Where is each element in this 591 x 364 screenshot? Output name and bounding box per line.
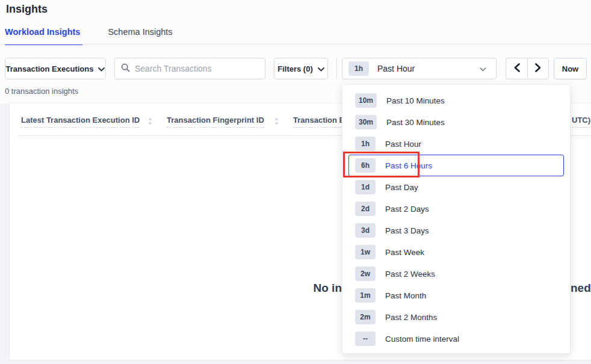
insights-page: Insights Workload Insights Schema Insigh… [0, 0, 591, 364]
time-option-label: Past 3 Days [385, 226, 429, 235]
time-option-past-30-minutes[interactable]: 30m Past 30 Minutes [348, 111, 564, 133]
toolbar-divider [336, 58, 337, 79]
chevron-left-icon [513, 63, 521, 75]
time-option-past-2-days[interactable]: 2d Past 2 Days [348, 198, 564, 220]
next-time-button[interactable] [527, 58, 549, 79]
time-option-badge: 1m [355, 288, 376, 303]
time-option-label: Past 10 Minutes [386, 96, 445, 105]
column-header-transaction-fingerprint-id[interactable]: Transaction Fingerprint ID [167, 116, 264, 128]
time-option-past-3-days[interactable]: 3d Past 3 Days [348, 220, 564, 241]
column-header-latest-transaction-execution-id[interactable]: Latest Transaction Execution ID [21, 116, 140, 128]
time-nav-arrows [506, 58, 549, 79]
time-option-badge: 2m [355, 310, 376, 324]
time-option-badge: 2d [355, 202, 376, 216]
chevron-down-icon [98, 64, 105, 73]
time-range-badge: 1h [348, 61, 369, 76]
chevron-right-icon [534, 63, 542, 75]
time-option-badge: 10m [355, 93, 377, 108]
time-range-label: Past Hour [377, 64, 480, 73]
time-option-badge: 1d [355, 180, 376, 194]
time-option-badge: 3d [355, 223, 376, 238]
entity-type-dropdown[interactable]: Transaction Executions [5, 58, 106, 79]
time-range-dropdown-trigger[interactable]: 1h Past Hour [342, 58, 497, 79]
time-option-label: Past Month [385, 291, 426, 300]
empty-state-message: No in [314, 282, 342, 295]
page-title: Insights [6, 3, 48, 16]
time-option-past-month[interactable]: 1m Past Month [348, 285, 564, 306]
time-option-label: Past 6 Hours [385, 161, 432, 170]
time-option-badge: 30m [355, 115, 377, 129]
time-option-past-week[interactable]: 1w Past Week [348, 241, 564, 263]
time-option-past-10-minutes[interactable]: 10m Past 10 Minutes [348, 90, 564, 111]
time-option-past-6-hours[interactable]: 6h Past 6 Hours [348, 155, 564, 176]
now-button[interactable]: Now [554, 58, 587, 79]
filters-dropdown[interactable]: Filters (0) [274, 58, 328, 79]
search-icon [121, 63, 130, 75]
time-option-badge: -- [355, 332, 376, 346]
tab-bar: Workload Insights Schema Insights [5, 27, 173, 44]
time-option-label: Past 2 Days [385, 205, 429, 214]
time-option-past-2-weeks[interactable]: 2w Past 2 Weeks [348, 263, 564, 285]
search-box[interactable] [114, 58, 265, 79]
chevron-down-icon [480, 63, 486, 74]
time-option-label: Custom time interval [385, 335, 459, 344]
tab-bar-divider [0, 44, 591, 45]
empty-state-message: ned. [571, 282, 591, 295]
time-range-dropdown-menu: 10m Past 10 Minutes 30m Past 30 Minutes … [342, 84, 571, 354]
time-option-label: Past Hour [385, 140, 421, 149]
time-option-past-day[interactable]: 1d Past Day [348, 176, 564, 198]
time-option-label: Past Week [385, 248, 424, 257]
time-option-label: Past 30 Minutes [386, 118, 445, 127]
entity-type-label: Transaction Executions [6, 64, 94, 73]
time-option-custom-time-interval[interactable]: -- Custom time interval [348, 328, 564, 350]
time-option-label: Past Day [385, 183, 418, 192]
search-input[interactable] [135, 64, 259, 73]
time-option-badge: 2w [355, 267, 376, 281]
insights-count: 0 transaction insights [5, 87, 78, 96]
previous-time-button[interactable] [506, 58, 527, 79]
filters-label: Filters (0) [277, 64, 313, 73]
time-option-badge: 1w [355, 245, 376, 259]
tab-workload-insights[interactable]: Workload Insights [5, 27, 80, 44]
time-option-label: Past 2 Weeks [385, 270, 435, 279]
chevron-down-icon [318, 64, 324, 73]
column-header-start-time-utc[interactable]: UTC) [572, 116, 590, 128]
time-option-label: Past 2 Months [385, 313, 437, 322]
time-option-past-hour[interactable]: 1h Past Hour [348, 133, 564, 155]
sort-icon[interactable] [274, 117, 279, 128]
tab-schema-insights[interactable]: Schema Insights [108, 27, 172, 44]
column-header-transaction-execution[interactable]: Transaction Ex [293, 116, 348, 128]
time-option-past-2-months[interactable]: 2m Past 2 Months [348, 306, 564, 328]
time-option-badge: 1h [355, 137, 376, 151]
sort-icon[interactable] [147, 117, 153, 128]
time-option-badge: 6h [355, 158, 376, 173]
